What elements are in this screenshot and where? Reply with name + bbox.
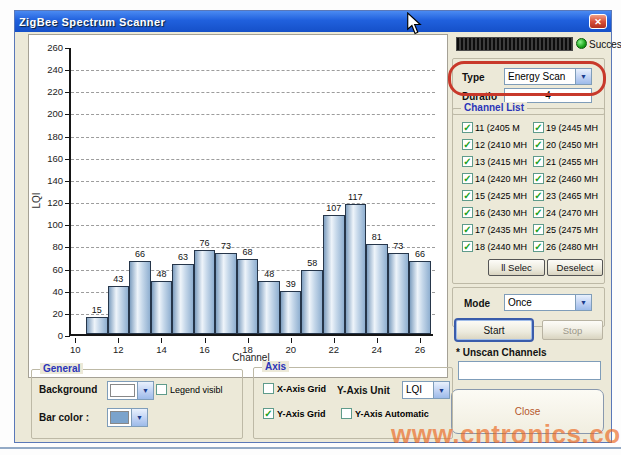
y-tick-mark: [65, 48, 70, 49]
channel-item[interactable]: ✓22 (2460 MH: [533, 170, 600, 187]
checkbox-icon: ✓: [533, 241, 544, 252]
background-color-dropdown[interactable]: ▼: [107, 381, 154, 400]
y-tick-label: 120: [33, 197, 63, 208]
legend-visible-label: Legend visibl: [170, 385, 223, 395]
channel-item[interactable]: ✓20 (2450 MH: [533, 136, 600, 153]
y-axis-grid-checkbox[interactable]: ✓ Y-Axis Grid: [263, 408, 326, 419]
chart-bar: [86, 317, 108, 334]
bar-color-dropdown[interactable]: ▼: [107, 408, 148, 427]
start-button[interactable]: Start: [454, 318, 534, 342]
checkbox-icon: ✓: [462, 224, 473, 235]
chevron-down-icon[interactable]: ▼: [433, 382, 449, 398]
y-tick-mark: [65, 314, 70, 315]
channel-item[interactable]: ✓25 (2475 MH: [533, 221, 600, 238]
channel-item[interactable]: ✓18 (2440 MH: [462, 238, 533, 255]
checkbox-icon: ✓: [462, 122, 473, 133]
unscan-channels-field[interactable]: [458, 361, 601, 380]
channel-label: 13 (2415 MH: [475, 157, 527, 167]
checkbox-icon: [156, 384, 167, 395]
background-swatch: [110, 384, 135, 397]
channel-label: 12 (2410 MH: [475, 140, 527, 150]
stop-button: Stop: [542, 320, 603, 340]
channel-label: 16 (2430 MH: [475, 208, 527, 218]
y-tick-mark: [65, 137, 70, 138]
chart-bar: [108, 286, 130, 334]
channel-checkbox-grid: ✓11 (2405 M✓12 (2410 MH✓13 (2415 MH✓14 (…: [462, 119, 600, 255]
x-axis-grid-checkbox[interactable]: X-Axis Grid: [263, 383, 326, 394]
chevron-down-icon[interactable]: ▼: [575, 295, 591, 310]
close-window-icon[interactable]: ✕: [589, 14, 607, 29]
general-title: General: [40, 363, 83, 374]
checkbox-icon: [341, 408, 352, 419]
x-tick-mark: [291, 338, 292, 343]
y-tick-label: 0: [33, 330, 63, 341]
general-group: General: [31, 369, 243, 439]
channel-item[interactable]: ✓16 (2430 MH: [462, 204, 533, 221]
y-tick-label: 160: [33, 153, 63, 164]
y-axis-automatic-checkbox[interactable]: Y-Axis Automatic: [341, 408, 429, 419]
channel-label: 24 (2470 MH: [546, 208, 598, 218]
checkbox-icon: ✓: [533, 207, 544, 218]
zigbee-scanner-window: ZigBee Spectrum Scanner ✕ LQI 0204060801…: [14, 10, 612, 443]
bar-value-label: 117: [348, 192, 362, 202]
bar-value-label: 76: [200, 238, 210, 248]
duration-label: Duratio: [462, 91, 497, 102]
y-tick-label: 40: [33, 286, 63, 297]
channel-label: 19 (2445 MH: [546, 123, 598, 133]
channel-item[interactable]: ✓21 (2455 MH: [533, 153, 600, 170]
chevron-down-icon[interactable]: ▼: [131, 409, 147, 426]
y-tick-label: 240: [33, 64, 63, 75]
mode-dropdown[interactable]: Once ▼: [504, 294, 592, 311]
x-tick-mark: [377, 338, 378, 343]
chart-bar: [345, 204, 367, 334]
channel-item[interactable]: ✓15 (2425 MH: [462, 187, 533, 204]
channel-label: 17 (2435 MH: [475, 225, 527, 235]
x-axis-grid-label: X-Axis Grid: [277, 384, 326, 394]
chart-bar: [301, 270, 323, 334]
channel-item[interactable]: ✓26 (2480 MH: [533, 238, 600, 255]
x-tick-mark: [161, 338, 162, 343]
bar-value-label: 66: [415, 249, 425, 259]
channel-item[interactable]: ✓13 (2415 MH: [462, 153, 533, 170]
mode-label: Mode: [464, 298, 490, 309]
channel-item[interactable]: ✓12 (2410 MH: [462, 136, 533, 153]
bar-value-label: 66: [135, 249, 145, 259]
channel-label: 15 (2425 MH: [475, 191, 527, 201]
checkbox-icon: ✓: [462, 190, 473, 201]
y-tick-label: 140: [33, 175, 63, 186]
y-tick-label: 200: [33, 108, 63, 119]
channel-item[interactable]: ✓24 (2470 MH: [533, 204, 600, 221]
y-axis-unit-dropdown[interactable]: LQI ▼: [402, 381, 450, 399]
x-tick-mark: [118, 338, 119, 343]
channel-item[interactable]: ✓14 (2420 MH: [462, 170, 533, 187]
checkbox-icon: [263, 383, 274, 394]
title-bar[interactable]: ZigBee Spectrum Scanner ✕: [15, 11, 611, 32]
bar-value-label: 73: [221, 241, 231, 251]
checkbox-icon: ✓: [533, 190, 544, 201]
legend-visible-checkbox[interactable]: Legend visibl: [156, 384, 223, 395]
y-tick-label: 180: [33, 131, 63, 142]
screenshot-page: ZigBee Spectrum Scanner ✕ LQI 0204060801…: [0, 0, 621, 455]
y-tick-label: 220: [33, 86, 63, 97]
duration-input[interactable]: 4: [504, 88, 592, 103]
y-tick-mark: [65, 292, 70, 293]
channel-item[interactable]: ✓19 (2445 MH: [533, 119, 600, 136]
channel-item[interactable]: ✓11 (2405 M: [462, 119, 533, 136]
channel-item[interactable]: ✓17 (2435 MH: [462, 221, 533, 238]
unscan-channels-label: * Unscan Channels: [456, 347, 547, 358]
scan-progress-bar: [456, 37, 573, 51]
select-all-button[interactable]: ll Selec: [488, 259, 545, 276]
chevron-down-icon[interactable]: ▼: [137, 382, 153, 399]
chevron-down-icon[interactable]: ▼: [575, 69, 591, 84]
y-tick-label: 260: [33, 42, 63, 53]
deselect-button[interactable]: Deselect: [547, 259, 603, 276]
bar-value-label: 15: [92, 305, 102, 315]
y-tick-mark: [65, 114, 70, 115]
scan-type-dropdown[interactable]: Energy Scan ▼: [504, 68, 592, 85]
channel-item[interactable]: ✓23 (2465 MH: [533, 187, 600, 204]
bar-value-label: 81: [372, 232, 382, 242]
y-axis-grid-label: Y-Axis Grid: [277, 409, 326, 419]
x-tick-mark: [334, 338, 335, 343]
mode-value: Once: [505, 295, 575, 310]
checkbox-icon: ✓: [263, 408, 274, 419]
